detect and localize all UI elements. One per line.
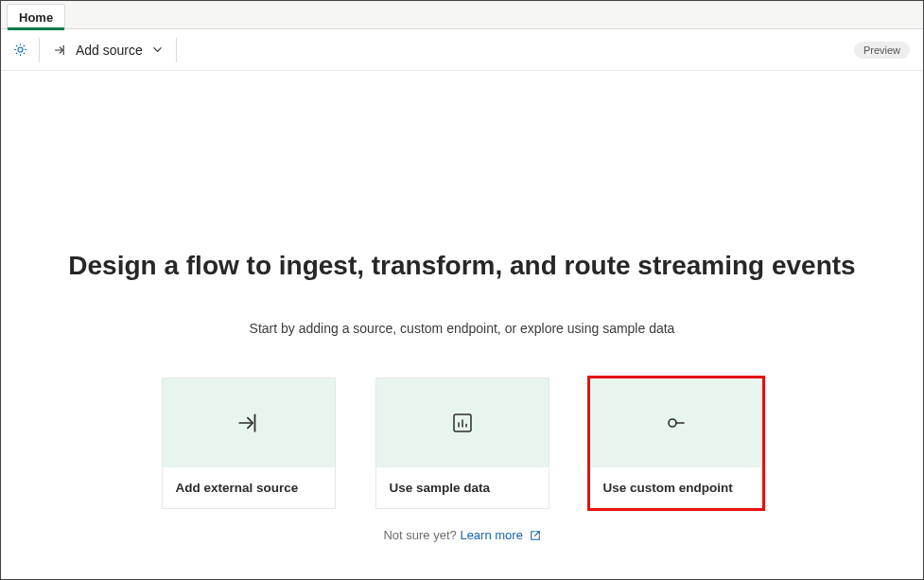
gear-icon	[12, 42, 28, 58]
svg-point-2	[669, 419, 676, 427]
settings-button[interactable]	[1, 29, 39, 70]
tab-home-label: Home	[19, 10, 53, 25]
card-label: Use custom endpoint	[590, 467, 762, 508]
toolbar-divider	[176, 38, 177, 62]
card-icon-area	[163, 378, 335, 467]
tab-home[interactable]: Home	[7, 4, 65, 29]
bar-chart-icon	[451, 412, 474, 434]
toolbar: Add source Preview	[1, 29, 923, 71]
source-arrow-icon	[53, 43, 68, 58]
card-icon-area	[376, 378, 549, 467]
source-arrow-icon	[236, 411, 261, 435]
card-use-sample-data[interactable]: Use sample data	[375, 378, 549, 509]
add-source-label: Add source	[76, 43, 143, 58]
learn-more-row: Not sure yet? Learn more	[1, 528, 923, 542]
card-row: Add external source Use sample data	[1, 378, 923, 509]
card-add-external-source[interactable]: Add external source	[162, 378, 336, 509]
card-label: Add external source	[163, 467, 335, 508]
page-headline: Design a flow to ingest, transform, and …	[1, 251, 923, 281]
card-label: Use sample data	[376, 467, 549, 508]
add-source-button[interactable]: Add source	[40, 29, 176, 70]
tab-bar: Home	[1, 1, 923, 29]
chevron-down-icon	[152, 44, 163, 55]
external-link-icon	[530, 530, 541, 541]
learn-more-link[interactable]: Learn more	[460, 528, 540, 542]
preview-badge: Preview	[854, 42, 910, 59]
main-content: Design a flow to ingest, transform, and …	[1, 71, 923, 542]
page-subline: Start by adding a source, custom endpoin…	[1, 321, 923, 336]
endpoint-icon	[665, 412, 688, 434]
card-use-custom-endpoint[interactable]: Use custom endpoint	[589, 378, 763, 509]
card-icon-area	[590, 378, 762, 467]
learn-more-prefix: Not sure yet?	[383, 528, 460, 542]
svg-point-0	[17, 47, 22, 52]
